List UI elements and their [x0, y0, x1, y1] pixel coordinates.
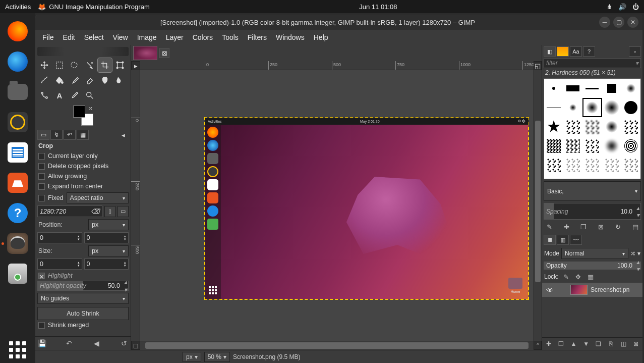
tab-images[interactable]: ▦: [77, 130, 89, 140]
tool-fuzzy-select[interactable]: [83, 58, 97, 72]
layer-mode-dropdown[interactable]: Normal▾: [561, 248, 628, 259]
refresh-brush-icon[interactable]: ↻: [613, 222, 623, 231]
lock-pixels-icon[interactable]: ✎: [562, 272, 571, 281]
dock-trash[interactable]: [5, 261, 31, 287]
opt-shrink-merged[interactable]: Shrink merged: [37, 320, 129, 330]
edit-brush-icon[interactable]: ✎: [544, 222, 554, 231]
brush-item[interactable]: [602, 117, 621, 136]
duplicate-layer-icon[interactable]: ❏: [594, 339, 603, 348]
menu-edit[interactable]: Edit: [59, 31, 79, 43]
delete-options-icon[interactable]: ◀: [92, 339, 101, 348]
brush-item[interactable]: [563, 155, 582, 175]
brush-item[interactable]: [621, 117, 640, 136]
size-unit-dropdown[interactable]: px▾: [88, 245, 129, 256]
tab-undo-history[interactable]: ↶: [64, 130, 76, 140]
image-tab[interactable]: [133, 46, 157, 60]
new-group-icon[interactable]: ❐: [557, 339, 566, 348]
save-options-icon[interactable]: 💾: [37, 339, 46, 348]
tab-device-status[interactable]: ↯: [50, 130, 63, 140]
menu-view[interactable]: View: [109, 31, 132, 43]
brush-item[interactable]: [602, 155, 621, 175]
lower-layer-icon[interactable]: ▼: [581, 339, 591, 348]
tab-patterns[interactable]: [557, 46, 569, 57]
brush-item[interactable]: [563, 136, 582, 155]
auto-shrink-button[interactable]: Auto Shrink: [37, 307, 129, 320]
opt-delete-cropped[interactable]: Delete cropped pixels: [37, 161, 129, 171]
orientation-landscape[interactable]: ▭: [118, 206, 129, 217]
panel-detach-icon[interactable]: ▫: [629, 46, 641, 57]
dock-writer[interactable]: [5, 139, 31, 166]
opt-allow-growing[interactable]: Allow growing: [37, 171, 129, 181]
layer-item[interactable]: 👁 Screenshot.pn: [542, 283, 642, 297]
tool-text[interactable]: A: [52, 88, 67, 102]
tool-clone[interactable]: [98, 73, 112, 87]
navigate-icon[interactable]: ⌃: [534, 341, 542, 350]
volume-icon[interactable]: 🔊: [618, 3, 626, 11]
brush-item[interactable]: [582, 79, 602, 98]
brush-item[interactable]: [544, 136, 563, 155]
tool-eraser[interactable]: [83, 73, 97, 87]
close-button[interactable]: ✕: [627, 17, 638, 28]
activities-button[interactable]: Activities: [5, 3, 31, 11]
new-brush-icon[interactable]: ✚: [561, 222, 571, 231]
tab-layers[interactable]: ≣: [544, 235, 556, 245]
merge-layer-icon[interactable]: ⎘: [607, 339, 616, 348]
brush-spacing-slider[interactable]: Spacing 10.0 ▴▾: [544, 203, 641, 220]
restore-options-icon[interactable]: ↶: [65, 339, 74, 348]
position-x-input[interactable]: 0▴▾: [37, 232, 82, 243]
brush-preset-dropdown[interactable]: Basic,▾: [544, 181, 641, 201]
opt-expand-center[interactable]: Expand from center: [37, 181, 129, 191]
opt-highlight[interactable]: ✕Highlight: [37, 271, 129, 281]
brush-item[interactable]: [602, 98, 621, 117]
power-icon[interactable]: ⏻: [632, 3, 639, 11]
position-y-input[interactable]: 0▴▾: [84, 232, 129, 243]
menu-colors[interactable]: Colors: [189, 31, 217, 43]
statusbar-zoom-dropdown[interactable]: 50 %▾: [204, 352, 230, 362]
tool-color-picker[interactable]: [68, 88, 82, 102]
raise-layer-icon[interactable]: ▲: [569, 339, 578, 348]
brush-item[interactable]: [602, 79, 621, 98]
image-tab-close[interactable]: ⊠: [159, 48, 169, 58]
vertical-scrollbar[interactable]: [534, 70, 542, 341]
brush-item[interactable]: [544, 117, 563, 136]
lock-position-icon[interactable]: ✥: [574, 272, 583, 281]
dock-thunderbird[interactable]: [5, 48, 31, 75]
new-layer-icon[interactable]: ✚: [544, 339, 553, 348]
tool-rect-select[interactable]: [52, 58, 67, 72]
menu-filters[interactable]: Filters: [244, 31, 271, 43]
network-icon[interactable]: ⋔: [607, 3, 612, 11]
brush-item[interactable]: [563, 79, 582, 98]
brush-item[interactable]: [544, 155, 563, 175]
quick-mask-toggle[interactable]: ◻: [131, 341, 140, 350]
brush-filter-input[interactable]: filter ▾: [544, 58, 641, 68]
position-unit-dropdown[interactable]: px▾: [88, 219, 129, 230]
delete-brush-icon[interactable]: ⊠: [596, 222, 606, 231]
brush-item[interactable]: [563, 98, 582, 117]
mode-switch-icon[interactable]: ⤭: [630, 250, 635, 257]
brush-item[interactable]: [602, 136, 621, 155]
brush-item[interactable]: [544, 79, 563, 98]
tool-smudge[interactable]: [113, 73, 127, 87]
open-brush-icon[interactable]: ▤: [630, 222, 640, 231]
horizontal-scrollbar[interactable]: [140, 341, 534, 350]
guides-dropdown[interactable]: No guides▾: [37, 293, 129, 304]
dock-apps[interactable]: [5, 337, 31, 363]
tool-transform[interactable]: [113, 58, 127, 72]
clock[interactable]: Jun 11 01:08: [150, 3, 607, 11]
menu-file[interactable]: File: [38, 31, 58, 43]
orientation-portrait[interactable]: ▯: [104, 206, 115, 217]
menu-help[interactable]: Help: [310, 31, 332, 43]
size-w-input[interactable]: 0▴▾: [37, 258, 82, 270]
menu-windows[interactable]: Windows: [272, 31, 309, 43]
tab-channels[interactable]: ▥: [557, 235, 569, 245]
brush-item[interactable]: [621, 155, 640, 175]
ruler-vertical[interactable]: 0 250 500: [131, 70, 140, 341]
tab-fonts[interactable]: Aa: [570, 46, 582, 57]
brush-item[interactable]: [621, 98, 640, 117]
delete-layer-icon[interactable]: ⊠: [631, 339, 640, 348]
fixed-mode-dropdown[interactable]: Aspect ratio▾: [67, 192, 129, 203]
menu-select[interactable]: Select: [80, 31, 108, 43]
dock-firefox[interactable]: [5, 18, 31, 44]
reset-options-icon[interactable]: ↺: [120, 339, 129, 348]
panel-menu-icon[interactable]: ◂: [122, 131, 129, 138]
